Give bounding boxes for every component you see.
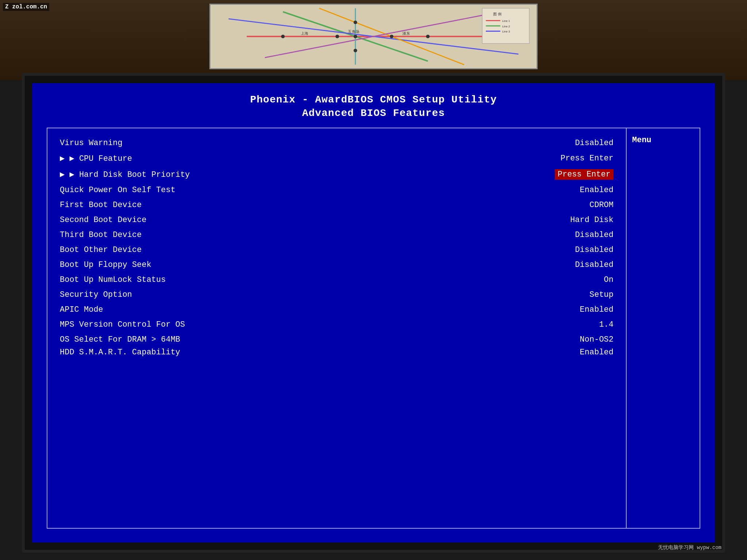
svg-point-8: [336, 35, 339, 38]
menu-item-label: Boot Up Floppy Seek: [60, 260, 151, 269]
map-inner: 五角场 上海 浦东 图 例 Line 1 Line 2 Line 3: [210, 5, 537, 68]
bios-menu: Virus WarningDisabled▶ CPU FeaturePress …: [47, 128, 627, 528]
menu-item[interactable]: Boot Up NumLock StatusOn: [58, 272, 615, 287]
menu-item-value: Press Enter: [561, 154, 614, 163]
menu-item[interactable]: HDD S.M.A.R.T. CapabilityEnabled: [58, 347, 615, 357]
map-svg: 五角场 上海 浦东 图 例 Line 1 Line 2 Line 3: [210, 5, 537, 68]
menu-item[interactable]: MPS Version Control For OS1.4: [58, 317, 615, 332]
map-poster: 五角场 上海 浦东 图 例 Line 1 Line 2 Line 3: [209, 4, 538, 69]
menu-item[interactable]: Virus WarningDisabled: [58, 136, 615, 151]
menu-item-value: Disabled: [575, 139, 614, 148]
menu-item-label: APIC Mode: [60, 305, 103, 314]
bios-subtitle: Advanced BIOS Features: [47, 108, 700, 119]
menu-item-value: CDROM: [589, 201, 614, 210]
room-background: 五角场 上海 浦东 图 例 Line 1 Line 2 Line 3: [0, 0, 747, 80]
svg-text:Line 1: Line 1: [502, 19, 510, 23]
menu-item-value: Press Enter: [555, 169, 614, 180]
menu-item[interactable]: ▶ CPU FeaturePress Enter: [58, 151, 615, 166]
menu-item-value: 1.4: [599, 320, 614, 329]
menu-item[interactable]: Second Boot DeviceHard Disk: [58, 213, 615, 228]
svg-point-12: [353, 21, 357, 24]
menu-item[interactable]: Security OptionSetup: [58, 287, 615, 302]
svg-text:Line 2: Line 2: [502, 25, 510, 28]
menu-item-value: On: [604, 275, 614, 284]
wypw-watermark: 无忧电脑学习网 wypw.com: [658, 544, 721, 551]
bios-title: Phoenix - AwardBIOS CMOS Setup Utility: [47, 94, 700, 105]
menu-item-label: Security Option: [60, 290, 132, 299]
menu-item[interactable]: APIC ModeEnabled: [58, 302, 615, 317]
menu-item[interactable]: ▶ Hard Disk Boot PriorityPress Enter: [58, 166, 615, 183]
menu-item-label: ▶ CPU Feature: [60, 153, 132, 163]
menu-item[interactable]: Quick Power On Self TestEnabled: [58, 183, 615, 198]
zol-watermark: Z zol.com.cn: [3, 3, 49, 11]
menu-item-value: Disabled: [575, 230, 614, 240]
menu-item[interactable]: Boot Other DeviceDisabled: [58, 242, 615, 257]
menu-item-value: Disabled: [575, 260, 614, 269]
svg-point-7: [281, 35, 285, 38]
menu-item-value: Enabled: [580, 186, 614, 195]
svg-text:五角场: 五角场: [348, 30, 359, 34]
menu-item[interactable]: First Boot DeviceCDROM: [58, 198, 615, 213]
menu-item-label: First Boot Device: [60, 201, 142, 210]
menu-item-value: Enabled: [580, 305, 614, 314]
bios-sidebar: Menu: [627, 128, 700, 528]
svg-point-9: [353, 35, 357, 38]
svg-text:上海: 上海: [301, 31, 308, 35]
menu-item-label: Boot Other Device: [60, 245, 142, 254]
svg-text:浦东: 浦东: [402, 31, 410, 35]
menu-item[interactable]: Boot Up Floppy SeekDisabled: [58, 257, 615, 272]
menu-item-label: MPS Version Control For OS: [60, 320, 185, 329]
menu-item-label: Boot Up NumLock Status: [60, 275, 166, 284]
menu-item-label: Virus Warning: [60, 139, 123, 148]
menu-item-label: Second Boot Device: [60, 215, 147, 225]
menu-item-label: ▶ Hard Disk Boot Priority: [60, 170, 190, 179]
menu-item-value: Non-OS2: [580, 335, 614, 344]
menu-item-label: Third Boot Device: [60, 230, 142, 240]
bios-header: Phoenix - AwardBIOS CMOS Setup Utility A…: [47, 94, 700, 119]
svg-text:图 例: 图 例: [493, 12, 502, 16]
bios-content: Virus WarningDisabled▶ CPU FeaturePress …: [47, 128, 700, 529]
svg-text:Line 3: Line 3: [502, 30, 510, 33]
menu-item[interactable]: OS Select For DRAM > 64MBNon-OS2: [58, 332, 615, 347]
svg-point-11: [426, 35, 430, 38]
sidebar-menu-label: Menu: [632, 136, 651, 145]
monitor-bezel: Phoenix - AwardBIOS CMOS Setup Utility A…: [22, 73, 725, 553]
menu-item-value: Setup: [589, 290, 614, 299]
menu-item-value: Enabled: [580, 348, 614, 357]
menu-item-label: OS Select For DRAM > 64MB: [60, 335, 180, 344]
menu-item-value: Disabled: [575, 245, 614, 254]
menu-item-value: Hard Disk: [570, 215, 614, 225]
svg-point-10: [390, 35, 394, 38]
bios-screen: Phoenix - AwardBIOS CMOS Setup Utility A…: [32, 83, 715, 542]
svg-point-13: [353, 49, 357, 52]
menu-item-label: HDD S.M.A.R.T. Capability: [60, 348, 180, 357]
menu-item-label: Quick Power On Self Test: [60, 186, 175, 195]
menu-item[interactable]: Third Boot DeviceDisabled: [58, 228, 615, 242]
